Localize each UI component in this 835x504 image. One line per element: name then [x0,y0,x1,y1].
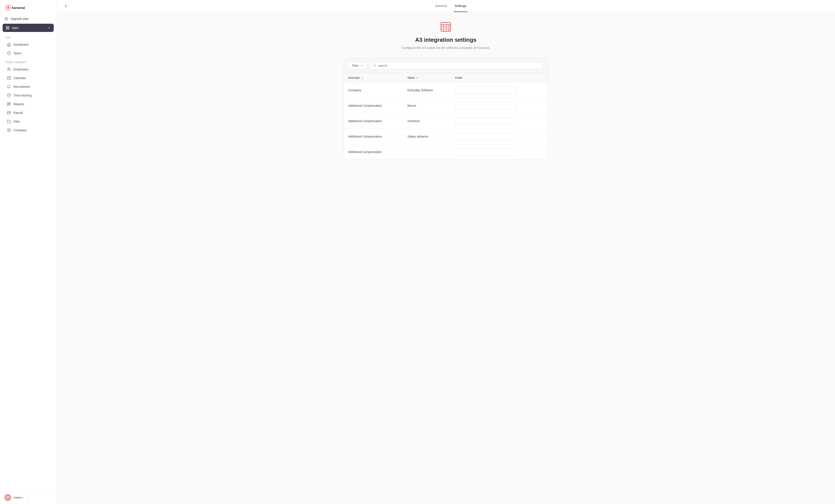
search-input[interactable] [378,64,540,67]
sidebar-item-calendar[interactable]: Calendar [2,74,55,82]
employees-label: Employees [14,68,28,71]
code-column-header: Code [451,73,548,83]
page-header: A3 integration settings Configure the A3… [65,21,826,50]
table-toolbar: Filter [344,59,548,73]
value-cell: Bonus [403,98,451,113]
payroll-icon [7,111,11,115]
code-input[interactable] [455,86,516,94]
code-cell [451,98,548,113]
svg-rect-7 [6,28,7,29]
value-cell: Salary advance [403,129,451,144]
chevron-down-icon [360,64,363,67]
code-input[interactable] [455,117,516,125]
avatar: HT [4,494,11,501]
sidebar-item-time-tracking[interactable]: Time tracking [2,91,55,100]
concept-cell: Company [344,82,403,98]
recruitment-icon [7,85,11,89]
upgrade-plan-button[interactable]: Upgrade plan [0,15,56,23]
chevron-right-icon [48,26,51,29]
employees-icon [7,67,11,71]
svg-line-32 [375,66,376,67]
company-icon [7,128,11,132]
sort-icon-concept: ▲ [361,77,363,79]
user-profile[interactable]: HT Hellen t. [0,491,56,504]
tasks-icon [7,51,11,55]
sidebar-item-payroll[interactable]: Payroll [2,109,55,117]
filter-button[interactable]: Filter [348,62,367,69]
search-box [370,62,544,69]
code-cell [451,129,548,144]
svg-point-15 [7,85,10,88]
files-label: Files [14,120,20,123]
code-cell [451,144,548,160]
value-cell: Everyday Software [403,82,451,98]
svg-rect-5 [6,26,7,27]
svg-rect-6 [8,26,9,27]
page-title: A3 integration settings [65,37,826,43]
svg-point-23 [8,130,9,131]
sidebar-item-tasks[interactable]: Tasks [2,49,55,57]
logo: factorial [0,0,56,15]
code-cell [451,82,548,98]
content-area: A3 integration settings Configure the A3… [57,12,835,504]
apps-icon [6,26,9,30]
tab-general[interactable]: General [434,0,448,12]
code-cell [451,113,548,129]
back-button[interactable] [63,4,68,8]
svg-rect-20 [7,105,8,106]
svg-rect-18 [7,103,8,104]
reports-icon [7,102,11,106]
sidebar-item-recruitment[interactable]: Recruitment [2,83,55,91]
main-content: General Settings A3 integration settings… [57,0,835,504]
svg-line-16 [9,88,10,88]
user-name: Hellen t. [14,496,24,499]
reports-label: Reports [14,102,24,106]
table-row: Additional Compensation [344,144,548,160]
sidebar-item-employees[interactable]: Employees [2,65,55,74]
svg-rect-11 [7,77,11,80]
files-icon [7,120,11,123]
svg-text:factorial: factorial [12,6,25,9]
sidebar-item-dashboard[interactable]: Dashboard [2,40,55,49]
time-tracking-label: Time tracking [14,94,32,97]
sort-icon-value: ⇅ [416,77,418,79]
page-subtitle: Configure the A3 codes for the different… [398,45,494,50]
table-header-row: Concept ▲ Value ⇅ Code [344,73,548,83]
code-input[interactable] [455,102,516,109]
svg-point-31 [373,64,375,66]
sidebar-item-company[interactable]: Company [2,126,55,134]
table-row: Additional CompensationSalary advance [344,129,548,144]
clock-icon [7,93,11,97]
svg-point-1 [7,7,9,9]
table-row: CompanyEveryday Software [344,82,548,98]
concept-cell: Additional Compensation [344,144,403,160]
sidebar-item-files[interactable]: Files [2,117,55,126]
concept-cell: Additional Compensation [344,98,403,113]
topbar-tabs: General Settings [434,0,467,12]
chevron-down-icon [27,496,29,499]
data-table: Concept ▲ Value ⇅ Code CompanyEveryday S… [344,73,548,160]
your-company-section-label: YOUR COMPANY [0,58,56,65]
sidebar-item-reports[interactable]: Reports [2,100,55,108]
topbar: General Settings [57,0,835,12]
apps-label: Apps [12,26,19,29]
code-input[interactable] [455,148,516,155]
value-cell [403,144,451,160]
payroll-label: Payroll [14,111,23,114]
table-row: Additional CompensationOvertime [344,113,548,129]
tasks-label: Tasks [14,51,21,55]
code-input[interactable] [455,133,516,140]
dashboard-label: Dashboard [14,43,28,46]
concept-column-header: Concept ▲ [344,73,403,83]
you-section-label: YOU [0,33,56,40]
tab-settings[interactable]: Settings [454,0,467,12]
value-column-header: Value ⇅ [403,73,451,83]
search-icon [373,64,376,67]
home-icon [7,43,11,46]
sidebar-item-apps[interactable]: Apps [3,24,54,32]
concept-cell: Additional Compensation [344,129,403,144]
table-card: Filter Con [344,58,548,160]
company-label: Company [14,128,26,132]
upgrade-plan-label: Upgrade plan [11,17,29,20]
calendar-label: Calendar [14,76,26,80]
